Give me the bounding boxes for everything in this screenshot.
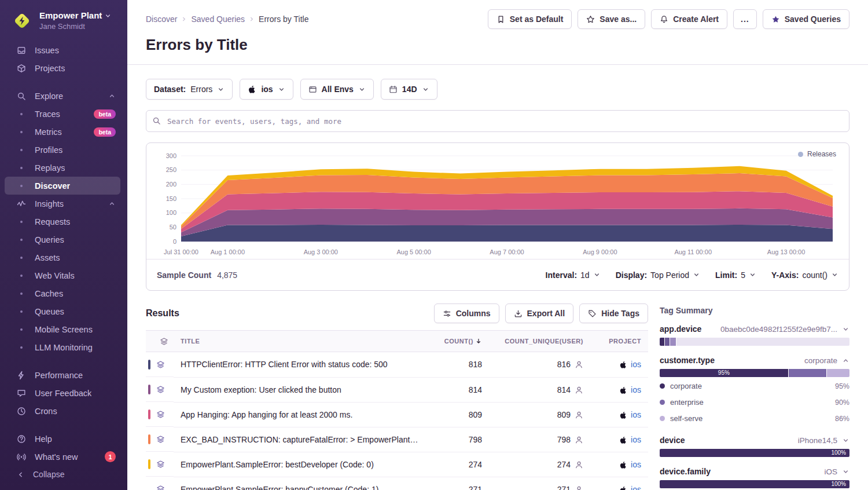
- project-link[interactable]: ios: [631, 410, 641, 419]
- layers-icon[interactable]: [156, 485, 165, 490]
- tag-header-toggle[interactable]: device iPhone14,5: [660, 436, 849, 445]
- tag-distribution-bar: 95%: [660, 369, 849, 377]
- saved-queries-button[interactable]: Saved Queries: [763, 9, 849, 29]
- sidebar-item-projects[interactable]: Projects: [5, 59, 120, 77]
- tag-header-toggle[interactable]: app.device 0baebc0de4982f1255f2e9e9fb7..…: [660, 324, 849, 334]
- project-link[interactable]: ios: [631, 485, 641, 490]
- sidebar-group: IssuesProjects: [0, 41, 127, 77]
- row-title-link[interactable]: EmpowerPlant.SampleError: bestDeveloper …: [174, 452, 426, 477]
- sidebar-item-label: Queries: [35, 235, 64, 244]
- sidebar-item-queries[interactable]: Queries: [5, 231, 120, 248]
- columns-button[interactable]: Columns: [434, 303, 499, 323]
- sidebar-item-help[interactable]: Help: [5, 430, 120, 448]
- dataset-label: Dataset:: [154, 85, 186, 94]
- sidebar-item-performance[interactable]: Performance: [5, 366, 120, 384]
- sidebar-item-issues[interactable]: Issues: [5, 41, 120, 59]
- sidebar-item-caches[interactable]: Caches: [5, 284, 120, 302]
- sidebar-item-profiles[interactable]: Profiles: [5, 141, 120, 159]
- column-header-count[interactable]: COUNT(): [426, 331, 489, 352]
- svg-text:Aug 9 00:00: Aug 9 00:00: [583, 248, 617, 255]
- row-title-link[interactable]: EXC_BAD_INSTRUCTION: captureFatalError: …: [174, 427, 426, 452]
- tag-top-value: iOS: [824, 467, 837, 476]
- layers-icon[interactable]: [156, 410, 165, 419]
- column-header-project[interactable]: PROJECT: [590, 331, 648, 352]
- more-options-button[interactable]: ...: [733, 9, 757, 29]
- layers-icon[interactable]: [156, 385, 165, 394]
- limit-dropdown[interactable]: Limit:5: [715, 270, 756, 280]
- tag-header-toggle[interactable]: customer.type corporate: [660, 356, 849, 365]
- svg-text:50: 50: [170, 224, 176, 231]
- layers-icon[interactable]: [156, 460, 165, 469]
- tag-header-toggle[interactable]: device.family iOS: [660, 467, 849, 476]
- row-count-unique-value: 814: [489, 377, 590, 402]
- sidebar-item-assets[interactable]: Assets: [5, 248, 120, 266]
- breadcrumb-item-discover[interactable]: Discover: [146, 14, 177, 24]
- tag-bar-segment[interactable]: [665, 338, 670, 346]
- sidebar-item-what-s-new[interactable]: What's new1: [5, 448, 120, 465]
- org-switcher[interactable]: Empower Plant Jane Schmidt: [0, 8, 127, 41]
- chevron-down-icon: [749, 271, 756, 279]
- tag-bar-segment[interactable]: [670, 338, 676, 346]
- sidebar-item-user-feedback[interactable]: User Feedback: [5, 384, 120, 402]
- dataset-selector[interactable]: Dataset: Errors: [146, 79, 233, 100]
- row-title-link[interactable]: EmpowerPlant.SampleError: happyCustomer …: [174, 477, 426, 490]
- sidebar-item-crons[interactable]: Crons: [5, 402, 120, 420]
- tag-bar-segment[interactable]: [827, 369, 849, 377]
- sidebar-item-web-vitals[interactable]: Web Vitals: [5, 266, 120, 284]
- export-all-button[interactable]: Export All: [505, 303, 574, 323]
- sidebar-item-label: Explore: [35, 92, 63, 101]
- tag-bar-segment[interactable]: 100%: [660, 449, 849, 457]
- tag-section-app-device: app.device 0baebc0de4982f1255f2e9e9fb7..…: [660, 324, 849, 346]
- sidebar-item-explore[interactable]: Explore: [5, 87, 120, 105]
- sidebar-group: PerformanceUser FeedbackCrons: [0, 366, 127, 420]
- sidebar-item-queues[interactable]: Queues: [5, 302, 120, 320]
- tag-bar-segment[interactable]: [676, 338, 849, 346]
- date-range-selector[interactable]: 14D: [381, 79, 437, 100]
- tag-bar-segment[interactable]: 100%: [660, 480, 849, 488]
- projects-icon: [16, 64, 27, 73]
- releases-legend-toggle[interactable]: Releases: [798, 150, 836, 158]
- sidebar-item-llm-monitoring[interactable]: LLM Monitoring: [5, 338, 120, 356]
- sidebar-item-insights[interactable]: Insights: [5, 195, 120, 213]
- legend-label: corporate: [670, 382, 702, 390]
- tag-bar-segment[interactable]: [789, 369, 826, 377]
- save-as-button[interactable]: Save as...: [578, 9, 645, 29]
- layers-icon[interactable]: [156, 435, 165, 444]
- row-title-link[interactable]: HTTPClientError: HTTP Client Error with …: [174, 352, 426, 378]
- interval-dropdown[interactable]: Interval:1d: [546, 270, 601, 280]
- project-link[interactable]: ios: [631, 385, 641, 394]
- row-title-link[interactable]: My Custom exeption: User clicked the but…: [174, 377, 426, 402]
- project-link[interactable]: ios: [631, 435, 641, 444]
- hide-tags-button[interactable]: Hide Tags: [579, 303, 648, 323]
- project-link[interactable]: ios: [631, 460, 641, 469]
- project-link[interactable]: ios: [631, 360, 641, 369]
- row-title-link[interactable]: App Hanging: App hanging for at least 20…: [174, 402, 426, 427]
- column-header-count-unique[interactable]: COUNT_UNIQUE(USER): [489, 331, 590, 352]
- project-selector[interactable]: ios: [240, 79, 293, 100]
- sidebar-collapse-button[interactable]: Collapse: [0, 465, 127, 484]
- create-alert-button[interactable]: Create Alert: [651, 9, 727, 29]
- display-dropdown[interactable]: Display:Top Period: [616, 270, 700, 280]
- tag-bar-segment[interactable]: 95%: [660, 369, 788, 377]
- y-axis-dropdown[interactable]: Y-Axis:count(): [771, 270, 838, 280]
- set-as-default-button[interactable]: Set as Default: [488, 9, 572, 29]
- sidebar-item-mobile-screens[interactable]: Mobile Screens: [5, 320, 120, 338]
- chevron-down-icon: [217, 86, 225, 93]
- layers-icon[interactable]: [156, 360, 165, 369]
- svg-text:Aug 3 00:00: Aug 3 00:00: [304, 248, 338, 255]
- project-value: ios: [261, 85, 273, 94]
- search-input[interactable]: [146, 110, 849, 132]
- tag-bar-segment[interactable]: [660, 338, 664, 346]
- chevron-down-icon: [842, 326, 849, 333]
- bullet-icon: [16, 239, 27, 241]
- sort-descending-icon: [475, 338, 482, 345]
- sidebar-item-metrics[interactable]: Metricsbeta: [5, 123, 120, 141]
- environment-selector[interactable]: All Envs: [300, 79, 374, 100]
- sidebar-item-traces[interactable]: Tracesbeta: [5, 105, 120, 123]
- sidebar-item-discover[interactable]: Discover: [5, 177, 120, 195]
- segment-percent-label: 95%: [718, 369, 730, 377]
- breadcrumb-item-saved-queries[interactable]: Saved Queries: [191, 14, 245, 24]
- sidebar-item-replays[interactable]: Replays: [5, 159, 120, 177]
- sidebar-item-requests[interactable]: Requests: [5, 213, 120, 231]
- column-header-title[interactable]: TITLE: [174, 331, 426, 352]
